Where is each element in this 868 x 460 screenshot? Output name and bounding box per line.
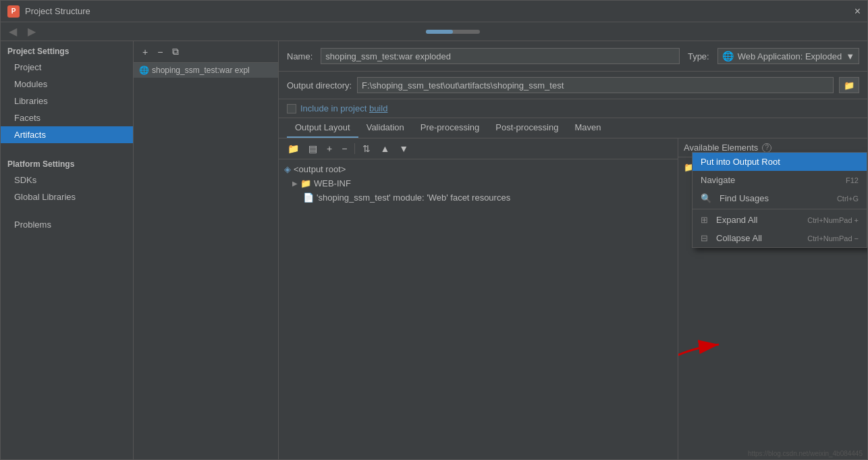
ctx-collapse-all-shortcut: Ctrl+NumPad −: [807, 234, 859, 242]
ctx-find-usages-label: Find Usages: [720, 193, 769, 203]
ctx-navigate-label: Navigate: [701, 175, 735, 185]
forward-button[interactable]: ▶: [25, 24, 38, 39]
move-up-button[interactable]: ▲: [377, 141, 393, 156]
artifact-detail-pane: Name: Type: 🌐 Web Application: Exploded …: [279, 41, 867, 459]
ctx-separator: [693, 209, 867, 209]
output-dir-label: Output directory:: [287, 80, 352, 91]
close-button[interactable]: ×: [855, 5, 861, 18]
ctx-put-into-output-root[interactable]: Put into Output Root: [693, 153, 867, 171]
tree-item-resources[interactable]: 📄 'shoping_ssm_test' module: 'Web' facet…: [279, 190, 678, 205]
tree-item-webinf[interactable]: ▶ 📁 WEB-INF: [279, 176, 678, 190]
ctx-put-into-output-root-label: Put into Output Root: [701, 157, 780, 167]
ctx-collapse-all[interactable]: ⊟ Collapse All Ctrl+NumPad −: [693, 229, 867, 247]
tab-content-area: 📁 ▤ + − ⇅ ▲ ▼: [279, 138, 867, 459]
resources-label: 'shoping_ssm_test' module: 'Web' facet r…: [317, 193, 510, 203]
title-bar-left: P Project Structure: [7, 5, 90, 18]
main-content: Project Settings Project Modules Librari…: [1, 41, 867, 459]
remove-artifact-button[interactable]: −: [154, 45, 166, 59]
sidebar-item-project[interactable]: Project: [1, 59, 133, 76]
remove-element-button[interactable]: −: [338, 141, 350, 156]
ctx-expand-all-label: Expand All: [716, 215, 757, 225]
sidebar-item-facets[interactable]: Facets: [1, 109, 133, 126]
layout-toolbar: 📁 ▤ + − ⇅ ▲ ▼: [279, 138, 678, 159]
collapse-all-icon: ⊟: [701, 233, 708, 243]
platform-settings-header: Platform Settings: [1, 154, 133, 172]
right-panel: + − ⧉ 🌐 shoping_ssm_test:war expl Name:: [134, 41, 867, 459]
move-down-button[interactable]: ▼: [396, 141, 412, 156]
ctx-navigate-shortcut: F12: [846, 176, 859, 184]
tab-post-processing[interactable]: Post-processing: [487, 118, 566, 138]
help-icon[interactable]: ?: [762, 143, 771, 153]
tab-maven[interactable]: Maven: [566, 118, 609, 138]
name-input[interactable]: [321, 48, 680, 64]
type-value: Web Application: Exploded: [738, 51, 842, 61]
toolbar-separator: [354, 143, 355, 154]
find-usages-icon: 🔍: [701, 193, 711, 203]
progress-fill: [426, 30, 453, 34]
output-root-icon: ◈: [284, 164, 291, 174]
tree-item-output-root[interactable]: ◈ <output root>: [279, 162, 678, 176]
output-dir-row: Output directory: 📁: [279, 72, 867, 99]
sort-button[interactable]: ⇅: [359, 141, 374, 156]
ctx-navigate[interactable]: Navigate F12: [693, 171, 867, 189]
artifact-name-type-row: Name: Type: 🌐 Web Application: Exploded …: [279, 41, 867, 72]
sidebar: Project Settings Project Modules Librari…: [1, 41, 134, 459]
create-dir-button[interactable]: 📁: [284, 141, 302, 156]
type-label: Type:: [688, 51, 709, 61]
tab-output-layout[interactable]: Output Layout: [287, 118, 358, 138]
project-settings-header: Project Settings: [1, 41, 133, 59]
output-dir-input[interactable]: [357, 77, 834, 93]
type-dropdown[interactable]: 🌐 Web Application: Exploded ▼: [717, 48, 859, 64]
project-structure-dialog: P Project Structure × ◀ ▶ Project Settin…: [0, 0, 868, 460]
context-menu: Put into Output Root Navigate F12: [692, 152, 867, 248]
progress-bar: [426, 30, 480, 34]
add-artifact-button[interactable]: +: [139, 45, 151, 59]
dialog-title: Project Structure: [25, 6, 90, 16]
ctx-find-usages[interactable]: 🔍 Find Usages Ctrl+G: [693, 189, 867, 207]
sidebar-item-libraries[interactable]: Libraries: [1, 93, 133, 109]
available-elements-panel: Available Elements ? 📁 shoping_: [678, 138, 867, 459]
webinf-label: WEB-INF: [314, 178, 351, 188]
browse-folder-button[interactable]: 📁: [839, 77, 859, 93]
ctx-find-usages-shortcut: Ctrl+G: [837, 195, 859, 203]
show-content-button[interactable]: ▤: [305, 141, 321, 156]
back-button[interactable]: ◀: [6, 24, 20, 39]
watermark: https://blog.csdn.net/weixin_4b084445: [748, 450, 863, 457]
progress-bar-container: [44, 30, 862, 34]
app-logo: P: [7, 5, 20, 18]
webinf-folder-icon: 📁: [300, 178, 311, 188]
name-label: Name:: [287, 51, 313, 61]
output-layout-tree: ◈ <output root> ▶ 📁 WEB-INF 📄: [279, 159, 678, 459]
artifact-list-pane: + − ⧉ 🌐 shoping_ssm_test:war expl: [134, 41, 279, 459]
copy-artifact-button[interactable]: ⧉: [169, 44, 182, 59]
resources-file-icon: 📄: [303, 193, 314, 203]
include-label: Include in project build: [300, 103, 387, 113]
title-bar: P Project Structure ×: [1, 1, 867, 22]
output-layout-panel: 📁 ▤ + − ⇅ ▲ ▼: [279, 138, 678, 459]
type-icon: 🌐: [722, 51, 734, 61]
include-checkbox[interactable]: [287, 104, 296, 113]
expand-icon: ▶: [292, 180, 298, 187]
add-element-button[interactable]: +: [323, 141, 335, 156]
sidebar-spacer: [1, 143, 133, 154]
sidebar-item-modules[interactable]: Modules: [1, 76, 133, 93]
tabs-bar: Output Layout Validation Pre-processing …: [279, 118, 867, 138]
ctx-expand-all[interactable]: ⊞ Expand All Ctrl+NumPad +: [693, 211, 867, 229]
sidebar-item-problems[interactable]: Problems: [1, 216, 133, 233]
tab-pre-processing[interactable]: Pre-processing: [412, 118, 487, 138]
output-root-label: <output root>: [294, 164, 346, 174]
ctx-expand-all-shortcut: Ctrl+NumPad +: [807, 216, 859, 224]
ctx-collapse-all-label: Collapse All: [716, 233, 762, 243]
expand-all-icon: ⊞: [701, 215, 708, 225]
artifact-entry[interactable]: 🌐 shoping_ssm_test:war expl: [134, 63, 278, 78]
tab-validation[interactable]: Validation: [358, 118, 412, 138]
sidebar-item-artifacts[interactable]: Artifacts: [1, 126, 133, 143]
sidebar-spacer2: [1, 205, 133, 216]
sidebar-item-sdks[interactable]: SDKs: [1, 172, 133, 188]
sidebar-item-global-libraries[interactable]: Global Libraries: [1, 188, 133, 205]
nav-bar: ◀ ▶: [1, 22, 867, 41]
dropdown-arrow-icon: ▼: [846, 51, 855, 61]
artifact-toolbar: + − ⧉: [134, 41, 278, 63]
available-elements-label: Available Elements: [684, 143, 758, 153]
include-row: Include in project build: [279, 99, 867, 118]
